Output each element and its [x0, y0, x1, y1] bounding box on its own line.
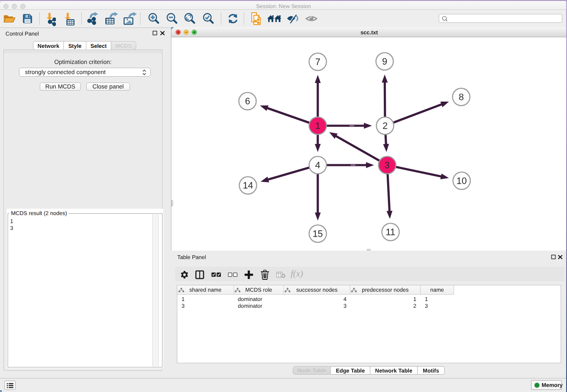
svg-text:4: 4 [315, 160, 320, 170]
svg-text:9: 9 [382, 56, 387, 67]
svg-text:8: 8 [459, 92, 464, 102]
svg-text:2: 2 [383, 121, 388, 131]
svg-text:1: 1 [315, 120, 320, 131]
svg-text:11: 11 [385, 227, 395, 237]
svg-text:7: 7 [315, 56, 320, 67]
svg-text:15: 15 [313, 228, 323, 239]
svg-text:3: 3 [385, 160, 390, 171]
svg-text:10: 10 [457, 176, 467, 186]
svg-text:14: 14 [243, 180, 253, 190]
svg-text:6: 6 [245, 96, 250, 106]
